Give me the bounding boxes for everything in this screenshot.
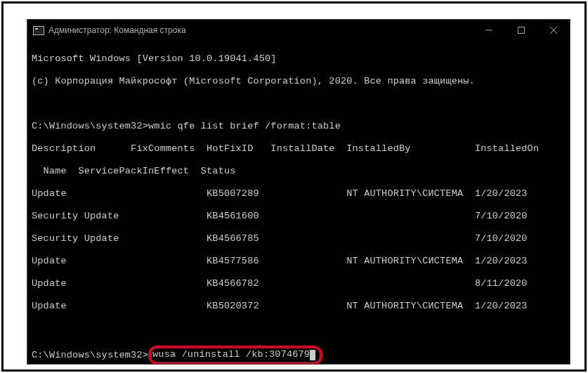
table-header-1: Description FixComments HotFixID Install… [32, 143, 566, 155]
blank-line [32, 244, 566, 256]
text-cursor [310, 350, 315, 360]
close-button[interactable] [537, 20, 570, 41]
blank-line [32, 323, 566, 334]
blank-line [32, 199, 566, 211]
blank-line [32, 289, 566, 301]
console-area[interactable]: Microsoft Windows [Version 10.0.19041.45… [27, 41, 570, 364]
svg-rect-1 [518, 27, 525, 34]
blank-line [32, 98, 566, 110]
table-row: Update KB4577586 NT AUTHORITY\СИСТЕМА 1/… [32, 256, 566, 267]
maximize-button[interactable] [505, 20, 537, 41]
prompt-line-1: C:\Windows\system32>wmic qfe list brief … [32, 121, 566, 132]
cmd-icon [33, 26, 44, 35]
window-controls [473, 20, 570, 41]
version-line: Microsoft Windows [Version 10.0.19041.45… [32, 53, 566, 65]
minimize-button[interactable] [473, 20, 505, 41]
table-header-2: Name ServicePackInEffect Status [32, 166, 566, 177]
cmd-window: Администратор: Командная строка Microsof… [27, 19, 570, 365]
prompt-path: C:\Windows\system32> [32, 350, 148, 361]
table-row: Update KB5020372 NT AUTHORITY\СИСТЕМА 1/… [32, 301, 566, 312]
table-row: Security Update KB4561600 7/10/2020 [32, 211, 566, 222]
prompt-line-2: C:\Windows\system32>wusa /uninstall /kb:… [32, 346, 566, 364]
table-row: Update KB4566782 8/11/2020 [32, 278, 566, 289]
table-row: Update KB5007289 NT AUTHORITY\СИСТЕМА 1/… [32, 188, 566, 199]
titlebar: Администратор: Командная строка [27, 20, 570, 41]
blank-line [32, 222, 566, 233]
prompt-path: C:\Windows\system32> [32, 121, 148, 131]
highlighted-command: wusa /uninstall /kb:3074679 [148, 346, 322, 364]
prompt-cmd: wmic qfe list brief /format:table [148, 121, 341, 131]
blank-line [32, 267, 566, 278]
table-row: Security Update KB4566785 7/10/2020 [32, 233, 566, 244]
window-title: Администратор: Командная строка [48, 25, 186, 35]
copyright-line: (c) Корпорация Майкрософт (Microsoft Cor… [32, 76, 566, 87]
command-text: wusa /uninstall /kb:3074679 [152, 348, 310, 361]
